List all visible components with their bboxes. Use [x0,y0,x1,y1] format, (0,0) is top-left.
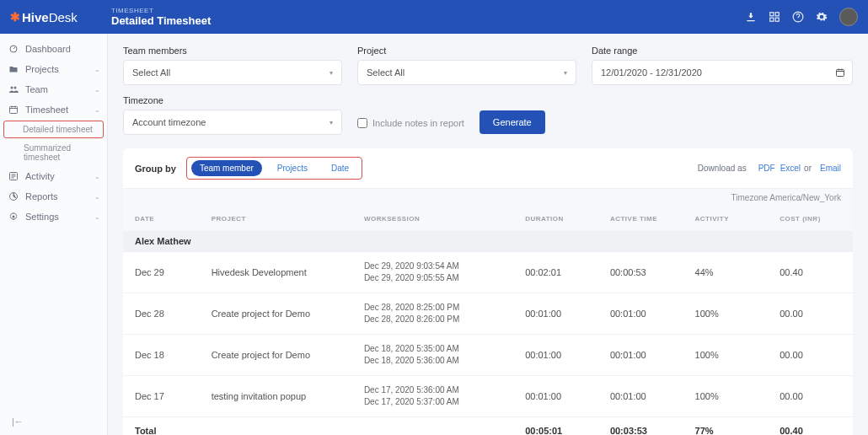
download-email[interactable]: Email [820,164,841,173]
col-cost-inr-: COST (INR) [768,207,853,231]
filter-project: Project Select All▾ [357,46,576,85]
svg-rect-12 [837,70,844,77]
sidebar-item-timesheet[interactable]: Timesheet⌄ [0,99,107,120]
separator: or [804,164,812,173]
team-label: Team members [123,46,342,56]
daterange-label: Date range [592,46,853,56]
chevron-down-icon: ⌄ [94,86,100,94]
project-select[interactable]: Select All▾ [357,60,576,85]
chevron-down-icon: ⌄ [94,213,100,221]
col-active-time: ACTIVE TIME [598,207,683,231]
table-row: Dec 17testing invitation popupDec 17, 20… [123,376,853,417]
help-icon[interactable] [792,11,804,23]
hive-icon: ✱ [10,10,20,24]
topbar-actions [745,8,858,26]
download-bar: Download as PDFExcelorEmail [698,164,841,173]
notes-checkbox-input[interactable] [357,118,367,128]
svg-rect-0 [770,13,774,16]
sidebar-item-dashboard[interactable]: Dashboard [0,39,107,59]
page-title: Detailed Timesheet [111,14,211,27]
total-row: Total00:05:0100:03:5377%00.40 [123,417,853,436]
team-select[interactable]: Select All▾ [123,60,342,85]
download-pdf[interactable]: PDF [758,164,775,173]
pill-team-member[interactable]: Team member [191,160,262,176]
timezone-select[interactable]: Account timezone▾ [123,110,342,135]
calendar-icon [835,67,845,78]
table-row: Dec 28Create project for DemoDec 28, 202… [123,293,853,335]
include-notes-checkbox[interactable]: Include notes in report [357,118,464,135]
pill-projects[interactable]: Projects [269,160,316,176]
generate-button[interactable]: Generate [480,110,545,134]
project-label: Project [357,46,576,56]
breadcrumb: TIMESHEET [111,7,211,14]
chevron-down-icon: ⌄ [94,66,100,73]
svg-rect-8 [10,107,18,114]
download-icon[interactable] [745,11,757,23]
sidebar-item-activity[interactable]: Activity⌄ [0,166,107,186]
gear-icon[interactable] [816,11,828,23]
col-duration: DURATION [513,207,598,231]
grid-icon[interactable] [769,11,780,23]
col-date: DATE [123,207,200,231]
sidebar-item-projects[interactable]: Projects⌄ [0,59,107,79]
groupby-label: Group by [135,164,176,174]
col-worksession: WORKSESSION [352,207,513,231]
svg-rect-2 [770,18,774,21]
filter-timezone: Timezone Account timezone▾ [123,95,342,135]
chevron-down-icon: ▾ [564,69,567,77]
filter-team: Team members Select All▾ [123,46,342,85]
pill-date[interactable]: Date [323,160,357,176]
chevron-down-icon: ▾ [330,119,333,126]
group-row: Alex Mathew [123,231,853,252]
download-excel[interactable]: Excel [780,164,801,173]
svg-point-11 [13,216,15,218]
svg-point-6 [11,87,13,89]
main-content: Team members Select All▾ Project Select … [108,34,868,435]
table-header: DATEPROJECTWORKSESSIONDURATIONACTIVE TIM… [123,207,853,231]
sidebar-sub-detailed[interactable]: Detailed timesheet [3,121,104,138]
svg-rect-3 [775,18,779,21]
daterange-input[interactable]: 12/01/2020 - 12/31/2020 [592,60,853,85]
col-project: PROJECT [200,207,352,231]
avatar[interactable] [839,8,858,26]
filter-daterange: Date range 12/01/2020 - 12/31/2020 [592,46,853,85]
chevron-down-icon: ⌄ [94,173,100,180]
table-row: Dec 18Create project for DemoDec 18, 202… [123,335,853,376]
timezone-line: Timezone America/New_York [123,188,853,207]
sidebar-sub-summarized[interactable]: Summarized timesheet [0,139,107,166]
svg-rect-1 [775,13,779,16]
collapse-sidebar[interactable]: |← [0,408,107,435]
chevron-down-icon: ▾ [330,69,333,77]
top-bar: ✱ HiveDesk TIMESHEET Detailed Timesheet [0,0,868,34]
sidebar-item-settings[interactable]: Settings⌄ [0,207,107,227]
timezone-label: Timezone [123,95,342,105]
results-panel: Group by Team memberProjectsDate Downloa… [123,148,853,435]
col-activity: ACTIVITY [683,207,769,231]
chevron-down-icon: ⌄ [94,193,100,201]
brand-desk: Desk [49,10,78,24]
title-block: TIMESHEET Detailed Timesheet [111,7,211,27]
chevron-down-icon: ⌄ [94,106,100,114]
table-row: Dec 29Hivedesk DevelopmentDec 29, 2020 9… [123,252,853,293]
notes-label: Include notes in report [372,118,464,128]
brand-hive: Hive [22,10,49,24]
sidebar-item-reports[interactable]: Reports⌄ [0,186,107,207]
download-label: Download as [698,164,747,173]
sidebar: DashboardProjects⌄Team⌄Timesheet⌄Detaile… [0,34,108,435]
svg-point-7 [14,87,17,89]
sidebar-item-team[interactable]: Team⌄ [0,79,107,99]
timesheet-table: DATEPROJECTWORKSESSIONDURATIONACTIVE TIM… [123,207,853,435]
groupby-pills: Team memberProjectsDate [186,157,362,180]
brand-logo[interactable]: ✱ HiveDesk [10,10,111,24]
